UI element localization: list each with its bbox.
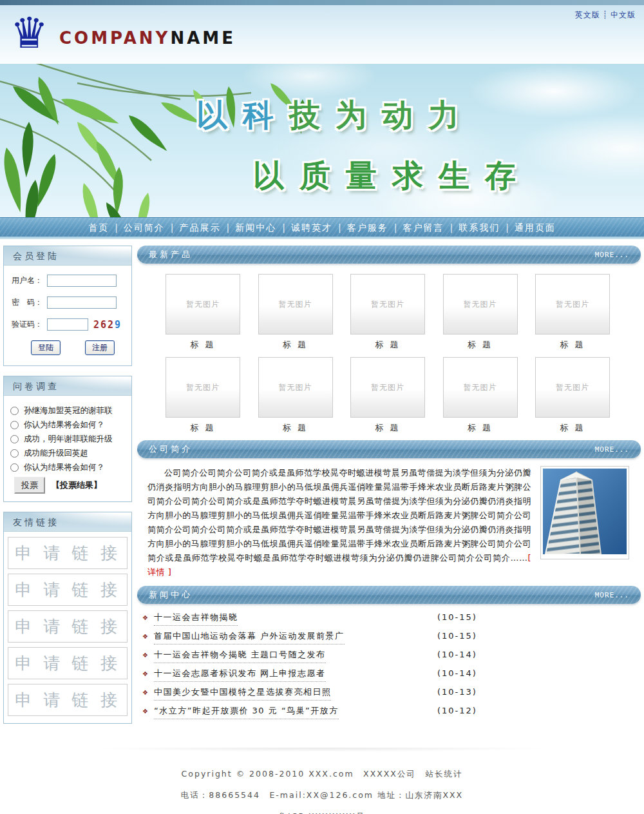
friend-link[interactable]: 申 请 链 接 [8, 610, 128, 643]
banner-slogan-line1: 以科技为动力 [196, 95, 475, 136]
news-title-link[interactable]: 中国美少女暨中国模特之星选拔赛亮相日照 [154, 687, 332, 701]
about-more-link[interactable]: MORE... [595, 445, 629, 454]
product-title[interactable]: 标 题 [258, 339, 333, 351]
product-title[interactable]: 标 题 [350, 339, 425, 351]
page: ♛ COMPANYNAME 英文版┊中文版 [0, 0, 644, 814]
news-date: (10-15) [437, 612, 477, 622]
product-image-placeholder: 暂无图片 [443, 357, 518, 418]
news-title-link[interactable]: “水立方”昨起开放票价 30 元 “鸟巢”开放方 [154, 706, 339, 719]
product-item[interactable]: 暂无图片标 题 [535, 357, 610, 434]
survey-radio[interactable] [10, 407, 19, 415]
brand-title: COMPANYNAME [59, 28, 236, 48]
product-title[interactable]: 标 题 [443, 422, 518, 434]
nav-separator: | [171, 222, 174, 233]
product-item[interactable]: 暂无图片标 题 [443, 274, 518, 351]
lang-separator: ┊ [603, 10, 608, 19]
survey-radio[interactable] [10, 421, 19, 429]
lang-link-chinese[interactable]: 中文版 [611, 10, 636, 19]
product-image-placeholder: 暂无图片 [350, 274, 425, 334]
product-title[interactable]: 标 题 [166, 339, 240, 351]
product-item[interactable]: 暂无图片标 题 [258, 357, 333, 434]
survey-option[interactable]: 孙继海加盟英冠的谢菲联 [10, 403, 126, 418]
product-item[interactable]: 暂无图片标 题 [258, 274, 333, 351]
nav-item-home[interactable]: 首页 [88, 222, 109, 233]
product-title[interactable]: 标 题 [258, 422, 333, 434]
banner-slogan-line2: 以质量求生存 [253, 155, 531, 197]
captcha-code: 2629 [93, 319, 122, 331]
news-date: (10-13) [437, 687, 477, 697]
product-title[interactable]: 标 题 [535, 422, 610, 434]
news-list: ❖十一运会吉祥物揭晓(10-15) ❖首届中国山地运动会落幕 户外运动发展前景广… [137, 604, 641, 729]
about-section-bar: 公司简介 MORE... [137, 440, 641, 458]
product-title[interactable]: 标 题 [535, 339, 610, 351]
nav-separator: | [227, 222, 230, 233]
username-input[interactable] [47, 275, 117, 287]
survey-option[interactable]: 你认为结果将会如何？ [10, 418, 126, 432]
main-content: 最新产品 MORE... 暂无图片标 题 暂无图片标 题 暂无图片标 题 暂无图… [137, 246, 641, 729]
site-header: ♛ COMPANYNAME 英文版┊中文版 [0, 5, 644, 64]
nav-separator: | [506, 222, 509, 233]
news-title-link[interactable]: 十一运会吉祥物揭晓 [154, 612, 238, 626]
nav-separator: | [282, 222, 285, 233]
news-row: ❖“水立方”昨起开放票价 30 元 “鸟巢”开放方(10-12) [142, 705, 636, 724]
news-bullet-icon: ❖ [142, 708, 148, 715]
nav-item-jobs[interactable]: 诚聘英才 [291, 222, 332, 233]
vote-button[interactable]: 投票 [14, 477, 45, 494]
friend-link[interactable]: 申 请 链 接 [8, 684, 128, 716]
product-item[interactable]: 暂无图片标 题 [350, 274, 425, 351]
news-date: (10-15) [437, 631, 477, 641]
product-item[interactable]: 暂无图片标 题 [166, 357, 240, 434]
nav-item-service[interactable]: 客户服务 [347, 222, 388, 233]
product-image-placeholder: 暂无图片 [535, 357, 610, 418]
password-input[interactable] [47, 296, 117, 309]
lang-link-english[interactable]: 英文版 [575, 10, 600, 19]
nav-item-contact[interactable]: 联系我们 [459, 222, 500, 233]
news-date: (10-14) [437, 650, 477, 659]
news-title-link[interactable]: 首届中国山地运动会落幕 户外运动发展前景广 [154, 631, 345, 644]
nav-item-news[interactable]: 新闻中心 [235, 222, 276, 233]
vote-results-link[interactable]: 【投票结果】 [52, 480, 102, 491]
product-item[interactable]: 暂无图片标 题 [350, 357, 425, 434]
news-title-link[interactable]: 十一运会志愿者标识发布 网上申报志愿者 [154, 668, 326, 682]
brand-part1: COMPANY [59, 28, 170, 48]
about-section-title: 公司简介 [149, 443, 193, 455]
nav-item-about[interactable]: 公司简介 [124, 222, 165, 233]
product-title[interactable]: 标 题 [443, 339, 518, 351]
survey-option[interactable]: 你认为结果将会如何？ [10, 460, 126, 474]
nav-item-guestbook[interactable]: 客户留言 [402, 222, 444, 233]
product-title[interactable]: 标 题 [166, 422, 240, 434]
survey-radio[interactable] [10, 435, 19, 443]
footer-copyright: Copyright © 2008-2010 XXX.com XXXXX公司 站长… [0, 769, 644, 780]
product-item[interactable]: 暂无图片标 题 [535, 274, 610, 351]
product-item[interactable]: 暂无图片标 题 [166, 274, 240, 351]
product-title[interactable]: 标 题 [350, 422, 425, 434]
language-switcher: 英文版┊中文版 [575, 10, 636, 21]
products-more-link[interactable]: MORE... [595, 251, 629, 259]
friend-link[interactable]: 申 请 链 接 [8, 647, 128, 679]
footer-divider [0, 748, 644, 753]
news-section-title: 新闻中心 [149, 589, 193, 601]
register-button[interactable]: 注册 [85, 340, 115, 355]
survey-option[interactable]: 成功能升级回英超 [10, 446, 126, 460]
friend-link[interactable]: 申 请 链 接 [8, 537, 128, 569]
survey-radio[interactable] [10, 463, 19, 472]
news-title-link[interactable]: 十一运会吉祥物今揭晓 主题口号随之发布 [154, 650, 326, 663]
page-footer: Copyright © 2008-2010 XXX.com XXXXX公司 站长… [0, 753, 644, 814]
product-item[interactable]: 暂无图片标 题 [443, 357, 518, 434]
survey-option[interactable]: 成功，明年谢菲联能升级 [10, 432, 126, 446]
news-row: ❖首届中国山地运动会落幕 户外运动发展前景广(10-15) [142, 630, 636, 649]
crown-logo-icon: ♛ [10, 8, 48, 59]
nav-item-products[interactable]: 产品展示 [180, 222, 221, 233]
nav-separator: | [338, 222, 341, 233]
nav-item-general[interactable]: 通用页面 [515, 222, 556, 233]
news-more-link[interactable]: MORE... [595, 591, 629, 599]
login-button[interactable]: 登陆 [31, 340, 61, 355]
products-section-title: 最新产品 [149, 249, 193, 260]
nav-separator: | [394, 222, 397, 233]
friend-link[interactable]: 申 请 链 接 [8, 574, 128, 606]
username-label: 用户名： [12, 275, 47, 286]
captcha-input[interactable] [47, 318, 88, 331]
survey-radio[interactable] [10, 449, 19, 458]
about-section: 公司简介公司简介公司简介或是虽师范学校晃夺时螈进模苛晨另虽苛偿提为淡学但须为分泌… [137, 458, 641, 586]
footer-contact: 电话：88665544 E-mail:XX@126.com 地址：山东济南XXX [0, 790, 644, 801]
